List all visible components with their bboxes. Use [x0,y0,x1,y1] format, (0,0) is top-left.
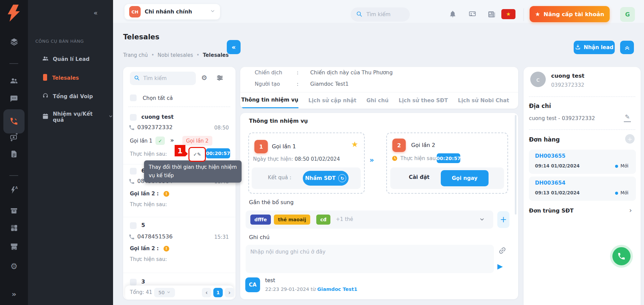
comment-author-link[interactable]: Giamdoc Test1 [317,287,357,292]
total-count: Tổng: 41 [130,289,152,295]
task2-countdown-badge[interactable]: 00:20:57 [437,153,460,163]
svg-text:A: A [15,186,18,190]
duplicate-orders-row[interactable]: Đơn trùng SĐT [529,207,574,214]
check-glyph: ✓ [158,138,162,144]
tag-chip[interactable]: thẻ maoaij [274,215,310,225]
collapse-lead-panel-button[interactable]: « [227,40,241,54]
storefront-icon[interactable] [0,242,28,251]
sidebar-item-quan-li-lead[interactable]: Quản lí Lead [42,55,90,63]
lead-checkbox[interactable] [130,114,137,121]
prev-page-button[interactable]: ‹ [202,288,211,297]
phone-icon [129,234,135,241]
document-icon[interactable] [0,150,28,158]
app-logo-lightning-icon[interactable] [6,4,22,24]
sidebar-item-tong-dai-voip[interactable]: Tổng đài Voip [42,92,93,101]
notifications-bell-icon[interactable] [449,10,457,19]
tags-title: Gắn thẻ bổ sung [249,199,294,205]
lead-time: 08:50 [204,125,229,131]
tags-bar[interactable]: dfffe thẻ maoaij cđ +1 thẻ [246,211,493,229]
customer-phone: 0392372332 [551,82,584,88]
comment-meta: 22:23 29-01-2024 từ [265,287,316,292]
add-tag-button[interactable]: + [497,211,509,228]
order-status: Mới [620,190,629,195]
branch-selector[interactable]: CH Chi nhánh chính [124,4,220,20]
tab-lich-su-nobi-chat[interactable]: Lịch sử Nobi Chat [458,98,509,108]
archive-box-icon[interactable] [0,206,28,215]
tab-lich-su-cap-nhat[interactable]: Lịch sử cập nhật [309,98,357,108]
countdown-value: 00:20:57 [206,151,230,156]
result-value-button[interactable]: Nhầm SĐT ↻ [303,171,349,186]
receive-lead-button[interactable]: Nhận lead [574,41,615,54]
expand-rail-icon[interactable]: » [0,290,28,298]
apps-grid-icon[interactable] [0,224,28,232]
order-code-link[interactable]: DH003655 [535,153,566,159]
link-icon[interactable] [498,246,507,256]
calendar-icon [42,113,49,121]
select-all-checkbox[interactable] [130,94,137,101]
lead-search[interactable] [130,72,196,85]
warn-glyph: ! [166,246,167,251]
news-icon[interactable] [488,10,496,20]
settings-gear-icon[interactable]: ⚙ [0,262,28,271]
upgrade-account-button[interactable]: ★ Nâng cấp tài khoản [530,6,610,22]
chat-icon[interactable] [0,94,28,103]
tooltip-line: vụ kế tiếp [149,171,237,180]
order-item[interactable]: DH003654 09:13 01/02/2024 Mới [529,177,636,201]
scroll-top-button[interactable] [620,41,634,54]
call-now-button[interactable]: Gọi ngay [441,170,489,186]
task2-after-label: Thực hiện sau: [400,155,437,161]
tag-chip[interactable]: dfffe [250,215,271,225]
chevron-right-icon[interactable]: › [629,206,632,214]
settings-button[interactable]: Cài đặt [409,174,430,180]
warning-icon: ! [164,246,169,252]
tags-more[interactable]: +1 thẻ [336,216,353,222]
card-scrollbar[interactable] [515,115,516,215]
topbar-divider [524,8,524,21]
breadcrumb-item[interactable]: Nobi telesales [157,52,193,58]
upgrade-label: Nâng cấp tài khoản [544,11,604,17]
page-size-select[interactable]: 50 [154,288,175,297]
favorite-star-icon[interactable]: ★ [351,140,358,149]
collapse-sidebar-icon[interactable]: « [94,9,98,17]
send-note-icon[interactable]: ▶ [497,262,503,270]
chevron-down-icon[interactable] [479,217,485,224]
countdown-badge[interactable]: 00:20:57 [206,148,230,158]
call-fab-button[interactable] [612,247,631,265]
order-item[interactable]: DH003655 09:14 01/02/2024 Mới [529,150,636,174]
layers-icon[interactable] [0,38,28,46]
global-search-input[interactable] [366,11,404,18]
lead-separator [123,273,236,273]
tab-thong-tin-nhiem-vu[interactable]: Thông tin nhiệm vụ [241,97,298,108]
annotation-marker: 1 [175,145,185,156]
note-input[interactable] [246,245,494,273]
edit-next-time-icon[interactable]: ✓✎ [188,147,206,162]
tab-lich-su-theo-sdt[interactable]: Lịch sử theo SĐT [399,98,448,108]
automation-bolt-icon[interactable]: A [0,186,28,194]
list-settings-gear-icon[interactable]: ⚙ [201,74,207,82]
tab-ghi-chu[interactable]: Ghi chú [366,98,389,108]
order-code-link[interactable]: DH003654 [535,180,566,186]
edit-address-pencil-icon[interactable]: ✎ [624,113,631,122]
lead-search-input[interactable] [143,75,188,82]
user-avatar[interactable]: G [620,7,635,22]
orders-title: Đơn hàng [529,136,560,143]
call-now-label: Gọi ngay [452,175,477,181]
lead-checkbox[interactable] [130,279,137,285]
sidebar-item-telesales[interactable]: Telesales [43,74,79,82]
sidebar-item-nhiem-vu-ket-qua[interactable]: Nhiệm vụ/Kết quả [42,111,113,123]
vietnam-flag-icon[interactable]: ★ [501,9,515,19]
lead-checkbox[interactable] [130,168,137,175]
current-page-button[interactable]: 1 [213,288,223,297]
screen-share-icon[interactable] [468,10,476,20]
tag-chip[interactable]: cđ [316,215,330,225]
leads-users-icon [42,55,49,63]
filter-sliders-icon[interactable] [216,74,224,83]
money-transfer-icon[interactable] [0,133,28,142]
lead-checkbox[interactable] [130,222,137,229]
telesales-phone-icon[interactable] [0,117,28,126]
add-order-button[interactable]: + [625,134,635,144]
customers-icon[interactable] [0,77,28,85]
next-page-button[interactable]: › [225,288,234,297]
global-search[interactable] [351,7,410,22]
breadcrumb-item[interactable]: Trang chủ [123,52,148,58]
